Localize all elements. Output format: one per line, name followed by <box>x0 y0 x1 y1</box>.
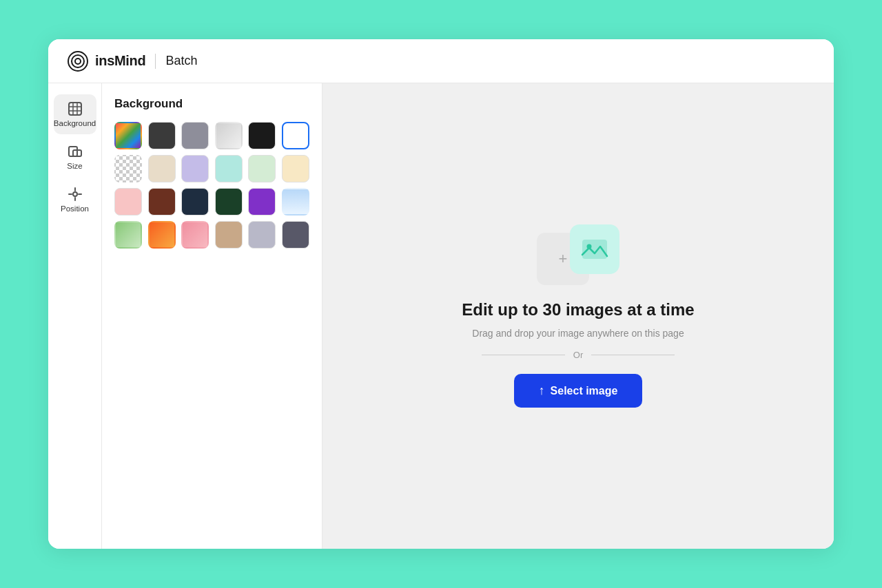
color-swatch-dark-gray[interactable] <box>148 122 176 149</box>
sidebar-item-position-label: Position <box>61 204 89 213</box>
position-icon <box>68 187 83 202</box>
color-swatch-rainbow[interactable] <box>114 122 142 149</box>
color-swatch-medium-gray[interactable] <box>181 122 209 149</box>
upload-arrow-icon: ↑ <box>539 384 545 398</box>
color-swatch-sky-blue-grad[interactable] <box>282 188 309 216</box>
color-swatch-tan[interactable] <box>215 221 243 249</box>
or-text: Or <box>573 350 583 360</box>
color-swatch-light-pink[interactable] <box>114 188 142 216</box>
select-image-label: Select image <box>551 385 618 397</box>
sidebar-item-size-label: Size <box>67 162 82 170</box>
upload-icon-box <box>570 224 619 274</box>
color-swatch-mint[interactable] <box>215 155 243 182</box>
color-swatch-black[interactable] <box>248 122 276 149</box>
batch-label: Batch <box>165 54 197 68</box>
color-swatch-green-grad[interactable] <box>114 221 142 249</box>
plus-icon: + <box>559 250 568 268</box>
color-swatch-pink-grad[interactable] <box>181 221 209 249</box>
background-panel: Background <box>102 83 322 549</box>
upload-illustration: + <box>537 224 619 286</box>
svg-rect-15 <box>582 240 607 259</box>
app-window: insMind Batch Background <box>48 39 834 549</box>
svg-rect-3 <box>69 103 81 115</box>
or-divider: Or <box>482 350 675 360</box>
color-swatch-dark-navy[interactable] <box>181 188 209 216</box>
svg-point-2 <box>75 59 81 64</box>
color-swatch-charcoal[interactable] <box>282 221 309 249</box>
color-swatch-silver[interactable] <box>248 221 276 249</box>
sidebar-item-background[interactable]: Background <box>54 94 96 134</box>
color-swatch-lavender[interactable] <box>181 155 209 182</box>
sidebar-item-size[interactable]: Size <box>54 137 96 177</box>
header: insMind Batch <box>48 39 834 83</box>
color-swatch-brown[interactable] <box>148 188 176 216</box>
color-swatch-cream[interactable] <box>148 155 176 182</box>
color-swatch-white[interactable] <box>282 122 309 149</box>
color-swatch-purple[interactable] <box>248 188 276 216</box>
sidebar-icons: Background Size Position <box>48 83 102 549</box>
header-divider <box>155 54 156 69</box>
or-line-right <box>591 355 675 355</box>
size-icon <box>68 144 83 159</box>
sidebar-item-background-label: Background <box>54 119 96 127</box>
color-swatch-orange-grad[interactable] <box>148 221 176 249</box>
color-swatch-light-green[interactable] <box>248 155 276 182</box>
color-grid <box>114 122 309 249</box>
select-image-button[interactable]: ↑ Select image <box>514 374 643 408</box>
color-swatch-light-yellow[interactable] <box>282 155 309 182</box>
svg-point-10 <box>73 192 77 196</box>
svg-point-1 <box>72 55 84 67</box>
upload-subtitle: Drag and drop your image anywhere on thi… <box>472 328 684 339</box>
color-swatch-transparent[interactable] <box>114 155 142 182</box>
panel-title: Background <box>114 97 309 111</box>
color-swatch-dark-green[interactable] <box>215 188 243 216</box>
or-line-left <box>482 355 565 355</box>
logo-area: insMind <box>68 51 145 72</box>
sidebar-item-position[interactable]: Position <box>54 180 96 220</box>
main-body: Background Size Position <box>48 83 834 549</box>
upload-main-title: Edit up to 30 images at a time <box>462 300 694 319</box>
image-icon <box>580 234 610 264</box>
logo-icon <box>68 51 88 72</box>
background-icon <box>68 101 83 116</box>
logo-text: insMind <box>95 53 145 69</box>
content-area: + Edit up to 30 images at a time Drag an… <box>322 83 834 549</box>
color-swatch-light-gray-grad[interactable] <box>215 122 243 149</box>
